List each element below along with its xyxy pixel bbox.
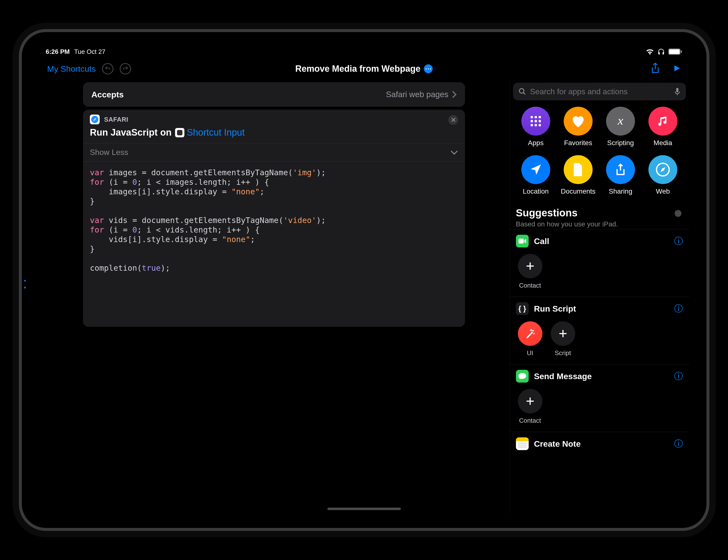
wifi-icon (646, 48, 654, 55)
compass-icon (648, 155, 677, 184)
svg-text:x: x (618, 114, 623, 127)
svg-rect-2 (681, 50, 682, 53)
suggestions-title: Suggestions (516, 207, 618, 219)
share-button[interactable] (650, 62, 660, 75)
suggestion-run-script[interactable]: { }Run ScriptⓘUIScript (510, 296, 689, 364)
headphones-icon (657, 48, 665, 55)
fx-icon: x (606, 107, 635, 136)
category-sharing[interactable]: Sharing (601, 155, 641, 195)
category-web[interactable]: Web (643, 155, 683, 195)
screen: 6:26 PM Tue Oct 27 My Shortcuts Remove M… (39, 46, 689, 514)
remove-action-button[interactable]: ✕ (448, 115, 458, 125)
status-icons (646, 48, 682, 55)
battery-icon (668, 48, 682, 55)
svg-rect-8 (531, 116, 533, 118)
suggestions-header: Suggestions Based on how you use your iP… (510, 204, 689, 229)
ipad-frame: 6:26 PM Tue Oct 27 My Shortcuts Remove M… (19, 29, 709, 531)
svg-rect-16 (539, 124, 541, 126)
redo-button[interactable] (120, 63, 131, 74)
search-input[interactable] (530, 87, 670, 96)
status-bar: 6:26 PM Tue Oct 27 (39, 46, 689, 58)
shortcut-input-icon (175, 128, 184, 137)
search-icon (518, 88, 526, 96)
show-less-row[interactable]: Show Less (83, 143, 465, 162)
toolbar: My Shortcuts Remove Media from Webpage ⋯ (39, 58, 689, 80)
variable-token[interactable]: Shortcut Input (175, 127, 245, 138)
svg-rect-1 (669, 49, 680, 54)
svg-rect-14 (531, 124, 533, 126)
music-icon (648, 107, 677, 136)
plus-icon (518, 254, 542, 278)
suggestion-call[interactable]: CallⓘContact (510, 229, 689, 296)
action-card: SAFARI ✕ Run JavaScript on Shortcut Inpu… (83, 110, 465, 327)
suggestion-send-message[interactable]: Send MessageⓘContact (510, 364, 689, 432)
info-button[interactable]: ⓘ (674, 370, 683, 382)
shortcut-menu-button[interactable]: ⋯ (424, 64, 433, 73)
back-link[interactable]: My Shortcuts (47, 64, 96, 74)
category-grid: AppsFavoritesxScriptingMediaLocationDocu… (510, 105, 689, 204)
suggestions-subtitle: Based on how you use your iPad. (516, 220, 618, 228)
category-location[interactable]: Location (516, 155, 556, 195)
editor-area: Accepts Safari web pages SAFARI ✕ (39, 80, 509, 514)
status-time: 6:26 PM (46, 48, 70, 56)
svg-rect-19 (518, 239, 524, 244)
accepts-value: Safari web pages (386, 90, 457, 99)
category-documents[interactable]: Documents (558, 155, 598, 195)
actions-sidebar: AppsFavoritesxScriptingMediaLocationDocu… (509, 80, 689, 514)
svg-rect-10 (539, 116, 541, 118)
side-connector-icon (24, 280, 27, 288)
dictation-icon[interactable] (674, 87, 680, 96)
info-button[interactable]: ⓘ (674, 235, 683, 247)
suggestions-list: CallⓘContact{ }Run ScriptⓘUIScriptSend M… (510, 229, 689, 457)
info-button[interactable]: ⓘ (674, 303, 683, 315)
svg-rect-11 (531, 120, 533, 122)
grid-icon (521, 107, 550, 136)
share-icon (606, 155, 635, 184)
action-title: Run JavaScript on Shortcut Input (83, 125, 465, 143)
category-scripting[interactable]: xScripting (601, 107, 641, 147)
svg-line-6 (523, 93, 525, 95)
toolbar-title-group: Remove Media from Webpage ⋯ (39, 64, 689, 74)
svg-point-4 (94, 119, 95, 120)
accepts-bar[interactable]: Accepts Safari web pages (83, 82, 465, 107)
category-apps[interactable]: Apps (516, 107, 556, 147)
suggestions-menu-button[interactable] (675, 210, 681, 217)
svg-rect-9 (535, 116, 537, 118)
status-date: Tue Oct 27 (74, 48, 106, 56)
suggestion-create-note[interactable]: Create Noteⓘ (510, 432, 689, 457)
svg-rect-12 (535, 120, 537, 122)
nav-icon (521, 155, 550, 184)
page-title: Remove Media from Webpage (295, 64, 420, 74)
category-favorites[interactable]: Favorites (558, 107, 598, 147)
run-button[interactable] (672, 63, 681, 74)
undo-button[interactable] (102, 63, 113, 74)
safari-app-icon (90, 115, 100, 124)
svg-rect-15 (535, 124, 537, 126)
search-field[interactable] (513, 83, 686, 100)
heart-icon (564, 107, 593, 136)
action-app-label: SAFARI (104, 116, 128, 123)
info-button[interactable]: ⓘ (674, 438, 683, 450)
svg-rect-13 (539, 120, 541, 122)
plus-icon (518, 389, 542, 413)
plus-icon (551, 321, 575, 346)
home-indicator[interactable] (327, 508, 401, 510)
chevron-down-icon (450, 150, 458, 155)
chevron-right-icon (452, 91, 457, 98)
category-media[interactable]: Media (643, 107, 683, 147)
svg-rect-7 (676, 88, 678, 92)
code-editor[interactable]: var images = document.getElementsByTagNa… (83, 162, 465, 327)
accepts-label: Accepts (91, 90, 124, 99)
wand-icon (518, 321, 542, 346)
doc-icon (564, 155, 593, 184)
svg-point-5 (519, 89, 524, 93)
